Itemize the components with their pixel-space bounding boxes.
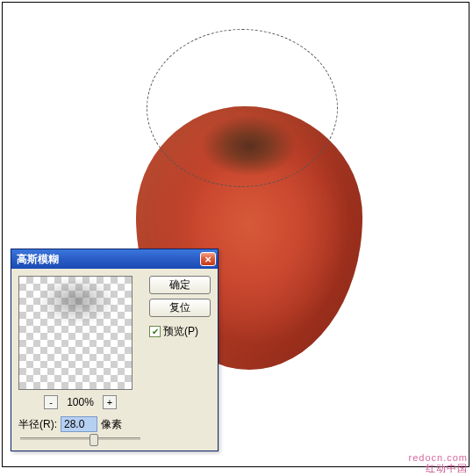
gaussian-blur-dialog: 高斯模糊 ✕ - 100% + 半径(R): 像素 [11, 249, 219, 451]
radius-input[interactable] [61, 416, 97, 432]
dialog-title: 高斯模糊 [17, 252, 200, 267]
filter-preview[interactable] [18, 276, 133, 390]
minus-icon: - [49, 398, 53, 407]
zoom-out-button[interactable]: - [44, 395, 58, 409]
zoom-in-button[interactable]: + [103, 395, 117, 409]
preview-checkbox-label: 预览(P) [163, 324, 198, 339]
watermark: redocn.com 红动中国 [409, 452, 468, 474]
watermark-cn: 红动中国 [409, 463, 468, 474]
radius-unit: 像素 [101, 417, 122, 432]
dialog-titlebar[interactable]: 高斯模糊 ✕ [11, 249, 218, 269]
preview-content [37, 277, 116, 325]
close-button[interactable]: ✕ [200, 252, 216, 266]
watermark-en: redocn.com [409, 452, 468, 464]
radius-label: 半径(R): [18, 417, 57, 432]
slider-thumb[interactable] [90, 434, 98, 446]
zoom-value: 100% [67, 396, 94, 408]
ok-button[interactable]: 确定 [149, 276, 211, 294]
close-icon: ✕ [204, 255, 211, 264]
plus-icon: + [107, 398, 112, 407]
preview-checkbox-row[interactable]: ✔ 预览(P) [149, 324, 211, 339]
radius-slider[interactable] [20, 437, 140, 440]
preview-checkbox[interactable]: ✔ [149, 326, 161, 337]
reset-button[interactable]: 复位 [149, 299, 211, 317]
selection-marquee [147, 29, 338, 187]
